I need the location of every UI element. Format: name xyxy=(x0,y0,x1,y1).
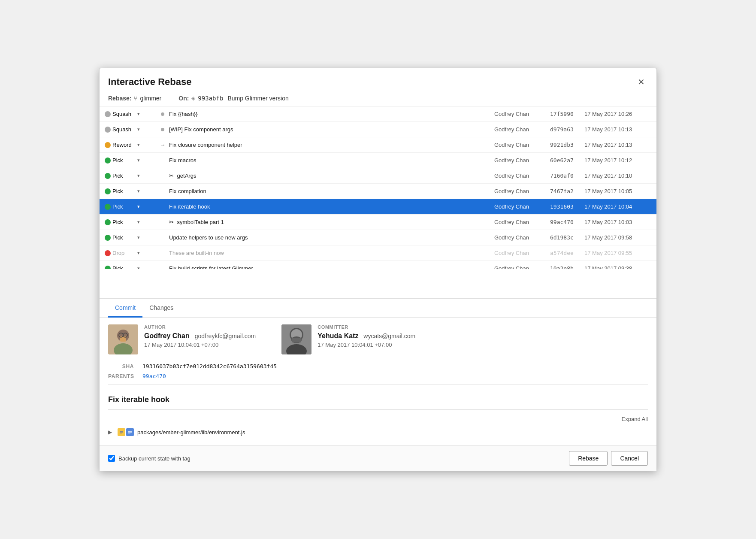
action-dropdown[interactable]: ▾ xyxy=(136,157,141,164)
author-name: Godfrey Chan xyxy=(144,332,190,339)
action-label: Drop xyxy=(112,250,135,256)
rebase-info-bar: Rebase: ⑂ glimmer On: ◈ 993abfb Bump Gli… xyxy=(100,92,656,106)
action-dropdown[interactable]: ▾ xyxy=(136,249,141,257)
commit-date: 17 May 2017 10:05 xyxy=(584,188,653,194)
action-dropdown[interactable]: ▾ xyxy=(136,110,141,118)
svg-rect-20 xyxy=(128,433,130,433)
commit-date: 17 May 2017 09:58 xyxy=(584,234,653,241)
committer-section: COMMITTER Yehuda Katz wycats@gmail.com 1… xyxy=(281,324,415,354)
action-dropdown[interactable]: ▾ xyxy=(136,218,141,226)
commits-scroll[interactable]: Squash ▾ Fix {{hash}} Godfrey Chan 17f59… xyxy=(100,106,656,269)
commit-hash: 7467fa2 xyxy=(550,188,584,194)
cancel-button[interactable]: Cancel xyxy=(611,451,648,466)
close-button[interactable]: ✕ xyxy=(634,75,648,89)
divider xyxy=(108,385,648,385)
commit-author: Godfrey Chan xyxy=(494,203,550,210)
action-dropdown[interactable]: ▾ xyxy=(136,188,141,195)
table-row[interactable]: Pick ▾ Update helpers to use new args Go… xyxy=(100,230,656,245)
svg-rect-19 xyxy=(128,432,132,433)
commit-author: Godfrey Chan xyxy=(494,188,550,194)
author-date: 17 May 2017 10:04:01 +07:00 xyxy=(144,342,256,348)
author-label: AUTHOR xyxy=(144,324,256,330)
commit-date: 17 May 2017 10:26 xyxy=(584,111,653,117)
action-dropdown[interactable]: ▾ xyxy=(136,265,141,269)
action-dot xyxy=(105,219,111,225)
commit-message: ✂ getArgs xyxy=(169,173,494,179)
committer-name: Yehuda Katz xyxy=(318,332,358,339)
commit-author: Godfrey Chan xyxy=(494,250,550,256)
file-expand-icon[interactable]: ▶ xyxy=(108,429,114,435)
dialog-footer: Backup current state with tag Rebase Can… xyxy=(100,445,656,471)
commit-hash: a574dee xyxy=(550,250,584,256)
commit-author: Godfrey Chan xyxy=(494,265,550,269)
rebase-branch-section: Rebase: ⑂ glimmer xyxy=(108,95,161,102)
squash-line-dot xyxy=(161,128,164,131)
table-row[interactable]: Pick ▾ Fix macros Godfrey Chan 60e62a7 1… xyxy=(100,153,656,168)
commit-author: Godfrey Chan xyxy=(494,173,550,179)
svg-rect-12 xyxy=(292,338,301,342)
rebase-button[interactable]: Rebase xyxy=(569,451,608,466)
commit-hash: 7160af0 xyxy=(550,173,584,179)
rebase-on-ref: 993abfb xyxy=(198,95,223,102)
commit-author: Godfrey Chan xyxy=(494,157,550,164)
table-row[interactable]: Pick ▾ ✂ getArgs Godfrey Chan 7160af0 17… xyxy=(100,168,656,184)
author-email: godfreykfc@gmail.com xyxy=(195,333,256,339)
svg-rect-15 xyxy=(120,432,123,433)
table-row[interactable]: Squash ▾ Fix {{hash}} Godfrey Chan 17f59… xyxy=(100,106,656,122)
action-dropdown[interactable]: ▾ xyxy=(136,172,141,179)
dialog-header: Interactive Rebase ✕ xyxy=(100,68,656,92)
committer-name-email: Yehuda Katz wycats@gmail.com xyxy=(318,332,415,340)
dialog-title: Interactive Rebase xyxy=(108,76,191,88)
parent-link[interactable]: 99ac470 xyxy=(142,373,166,379)
commit-subject: Fix iterable hook xyxy=(108,390,648,409)
rebase-on-message: Bump Glimmer version xyxy=(227,95,288,102)
file-icon-yellow xyxy=(118,428,125,436)
commit-hash: 10a2e8b xyxy=(550,265,584,269)
action-dropdown[interactable]: ▾ xyxy=(136,126,141,133)
action-label: Pick xyxy=(112,265,135,269)
author-info: AUTHOR Godfrey Chan godfreykfc@gmail.com… xyxy=(144,324,256,348)
avatar-author xyxy=(108,324,138,354)
tab-changes[interactable]: Changes xyxy=(142,299,180,318)
table-row[interactable]: Pick ▾ Fix compilation Godfrey Chan 7467… xyxy=(100,184,656,199)
tab-commit[interactable]: Commit xyxy=(108,299,142,318)
commit-details: AUTHOR Godfrey Chan godfreykfc@gmail.com… xyxy=(100,318,656,445)
action-dropdown[interactable]: ▾ xyxy=(136,203,141,210)
backup-checkbox[interactable] xyxy=(108,455,115,462)
action-dot xyxy=(105,250,111,256)
rebase-branch-name: glimmer xyxy=(140,95,161,102)
commit-date: 17 May 2017 10:04 xyxy=(584,203,653,210)
table-row[interactable]: Drop ▾ These are built-in now Godfrey Ch… xyxy=(100,245,656,261)
action-dot xyxy=(105,266,111,270)
commit-date: 17 May 2017 10:13 xyxy=(584,126,653,133)
commit-message: Fix macros xyxy=(169,157,494,164)
action-dropdown[interactable]: ▾ xyxy=(136,141,141,148)
table-row[interactable]: Squash ▾ [WIP] Fix component args Godfre… xyxy=(100,122,656,137)
commit-hash: 1931603 xyxy=(550,203,584,210)
svg-rect-16 xyxy=(120,433,122,433)
action-label: Pick xyxy=(112,188,135,194)
commit-author: Godfrey Chan xyxy=(494,126,550,133)
table-row[interactable]: Pick ▾ Fix build scripts for latest Glim… xyxy=(100,261,656,269)
commit-date: 17 May 2017 10:10 xyxy=(584,173,653,179)
table-row[interactable]: Pick ▾ ✂ symbolTable part 1 Godfrey Chan… xyxy=(100,215,656,230)
action-col: Reword ▾ xyxy=(105,141,156,148)
rebase-label: Rebase: xyxy=(108,95,131,102)
table-row[interactable]: Pick ▾ Fix iterable hook Godfrey Chan 19… xyxy=(100,199,656,215)
committer-info: COMMITTER Yehuda Katz wycats@gmail.com 1… xyxy=(318,324,415,348)
commit-hash: 6d1983c xyxy=(550,234,584,241)
table-row[interactable]: Reword ▾ → Fix closure component helper … xyxy=(100,137,656,153)
commit-message: [WIP] Fix component args xyxy=(169,126,494,133)
file-icon-blue xyxy=(126,428,134,436)
commit-author: Godfrey Chan xyxy=(494,111,550,117)
action-col: Squash ▾ xyxy=(105,110,156,118)
action-col: Pick ▾ xyxy=(105,203,156,210)
commit-message: Fix closure component helper xyxy=(169,142,494,148)
action-dot xyxy=(105,157,111,164)
committer-email: wycats@gmail.com xyxy=(363,333,415,339)
sha-label: SHA xyxy=(108,363,134,369)
expand-all-button[interactable]: Expand All xyxy=(108,414,648,426)
squash-line-dot xyxy=(161,112,164,116)
action-dropdown[interactable]: ▾ xyxy=(136,234,141,241)
commit-message: These are built-in now xyxy=(169,250,494,256)
